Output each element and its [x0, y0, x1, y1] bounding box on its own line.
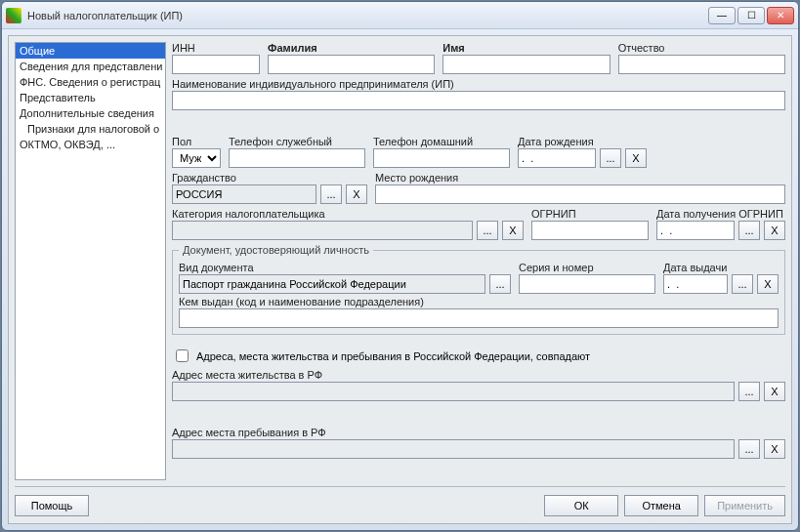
maximize-button[interactable]: ☐	[737, 7, 765, 24]
sidebar: Общие Сведения для представлени ФНС. Све…	[15, 42, 166, 480]
issuedate-input[interactable]	[663, 274, 728, 294]
workphone-label: Телефон служебный	[229, 136, 365, 147]
firstname-label: Имя	[442, 42, 610, 54]
issuedby-label: Кем выдан (код и наименование подразделе…	[179, 296, 779, 307]
addrstay-label: Адрес места пребывания в РФ	[172, 427, 785, 438]
doctype-input[interactable]	[179, 274, 485, 294]
patronymic-label: Отчество	[618, 42, 785, 54]
category-pick-button[interactable]: ...	[477, 221, 498, 240]
ogrnipdate-label: Дата получения ОГРНИП	[656, 208, 785, 220]
apply-button[interactable]: Применить	[704, 495, 785, 516]
issuedate-pick-button[interactable]: ...	[732, 274, 753, 294]
sidebar-item-fns[interactable]: ФНС. Сведения о регистрац	[16, 74, 165, 90]
addrstay-pick-button[interactable]: ...	[738, 439, 760, 459]
inn-input[interactable]	[172, 55, 260, 74]
addrstay-input[interactable]	[172, 439, 735, 459]
sidebar-item-general[interactable]: Общие	[16, 43, 165, 59]
addrsame-label: Адреса, места жительства и пребывания в …	[196, 350, 590, 362]
citizenship-input[interactable]	[172, 184, 316, 204]
ipname-label: Наименование индивидуального предпринима…	[172, 78, 785, 90]
inn-label: ИНН	[172, 42, 260, 54]
cancel-button[interactable]: Отмена	[624, 495, 698, 516]
birthdate-clear-button[interactable]: X	[625, 148, 647, 168]
document-group-legend: Документ, удостоверяющий личность	[179, 244, 373, 256]
gender-label: Пол	[172, 136, 221, 147]
sidebar-item-additional[interactable]: Дополнительные сведения	[16, 105, 165, 121]
doctype-label: Вид документа	[179, 262, 511, 273]
birthdate-input[interactable]	[518, 148, 596, 168]
form-area: ИНН Фамилия Имя Отчество	[172, 42, 785, 480]
issuedate-clear-button[interactable]: X	[757, 274, 779, 294]
sidebar-item-submission[interactable]: Сведения для представлени	[16, 59, 165, 74]
ogrnipdate-input[interactable]	[656, 221, 735, 240]
firstname-input[interactable]	[442, 55, 610, 74]
addrres-pick-button[interactable]: ...	[738, 382, 760, 401]
category-clear-button[interactable]: X	[502, 221, 524, 240]
birthdate-pick-button[interactable]: ...	[600, 148, 621, 168]
addrstay-clear-button[interactable]: X	[764, 439, 785, 459]
citizenship-pick-button[interactable]: ...	[320, 184, 342, 204]
ogrnipdate-clear-button[interactable]: X	[764, 221, 785, 240]
citizenship-clear-button[interactable]: X	[346, 184, 367, 204]
help-button[interactable]: Помощь	[15, 495, 89, 516]
minimize-button[interactable]: —	[708, 7, 736, 24]
addrsame-checkbox[interactable]	[176, 349, 189, 362]
addrres-input[interactable]	[172, 382, 735, 401]
addrres-clear-button[interactable]: X	[764, 382, 785, 401]
addrres-label: Адрес места жительства в РФ	[172, 369, 785, 381]
ipname-input[interactable]	[172, 91, 785, 110]
gender-select[interactable]: Муж	[172, 148, 221, 168]
citizenship-label: Гражданство	[172, 172, 367, 184]
birthplace-input[interactable]	[375, 184, 785, 204]
homephone-label: Телефон домашний	[373, 136, 510, 147]
sidebar-item-tax-flags[interactable]: Признаки для налоговой о	[16, 121, 165, 137]
issuedate-label: Дата выдачи	[663, 262, 779, 273]
category-label: Категория налогоплательщика	[172, 208, 524, 220]
window-title: Новый налогоплательщик (ИП)	[27, 10, 706, 21]
client-area: Общие Сведения для представлени ФНС. Све…	[8, 35, 792, 524]
workphone-input[interactable]	[229, 148, 365, 168]
ogrnip-input[interactable]	[531, 221, 649, 240]
birthplace-label: Место рождения	[375, 172, 785, 184]
window: Новый налогоплательщик (ИП) — ☐ ✕ Общие …	[1, 1, 799, 531]
lastname-label: Фамилия	[268, 42, 435, 54]
issuedby-input[interactable]	[179, 308, 779, 328]
patronymic-input[interactable]	[618, 55, 785, 74]
lastname-input[interactable]	[268, 55, 435, 74]
serialnum-label: Серия и номер	[519, 262, 655, 273]
doctype-pick-button[interactable]: ...	[489, 274, 511, 294]
ok-button[interactable]: ОК	[544, 495, 618, 516]
ogrnipdate-pick-button[interactable]: ...	[738, 221, 760, 240]
category-input[interactable]	[172, 221, 473, 240]
sidebar-item-representative[interactable]: Представитель	[16, 90, 165, 105]
homephone-input[interactable]	[373, 148, 510, 168]
sidebar-item-oktmo[interactable]: ОКТМО, ОКВЭД, ...	[16, 137, 165, 152]
serialnum-input[interactable]	[519, 274, 655, 294]
close-button[interactable]: ✕	[767, 7, 794, 24]
app-icon	[6, 8, 21, 23]
footer: Помощь ОК Отмена Применить	[15, 486, 785, 517]
document-group: Документ, удостоверяющий личность Вид до…	[172, 244, 785, 335]
ogrnip-label: ОГРНИП	[531, 208, 649, 220]
titlebar: Новый налогоплательщик (ИП) — ☐ ✕	[2, 2, 798, 29]
birthdate-label: Дата рождения	[518, 136, 647, 147]
